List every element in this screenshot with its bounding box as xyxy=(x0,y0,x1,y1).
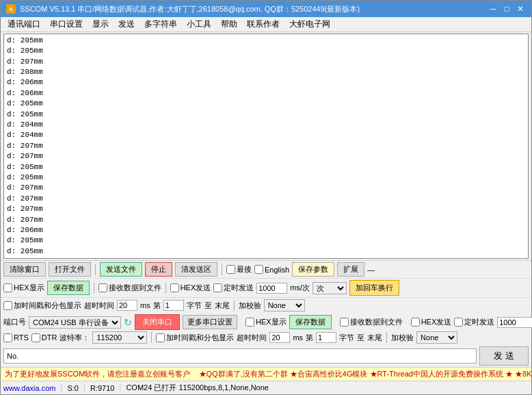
baud-select[interactable]: 115200 9600 19200 38400 57600 230400 460… xyxy=(92,331,147,344)
page-input[interactable] xyxy=(163,300,184,311)
output-line: d: 205mm xyxy=(7,46,525,56)
hex-send-check[interactable] xyxy=(170,283,179,292)
timed-interval-input[interactable] xyxy=(256,283,287,294)
promo-bar: 为了更好地发展SSCOM软件，请您注册嘉立创账号客户 ★QQ群满了,没有第二个群… xyxy=(1,367,531,381)
clear-window-button[interactable]: 清除窗口 xyxy=(3,262,46,277)
control-panel: 端口号 COM24 USB 串行设备 ↻ 关闭串口 更多串口设置 HEX显示 保… xyxy=(1,313,531,345)
menu-contact[interactable]: 联系作者 xyxy=(243,17,284,31)
most-recent-check[interactable] xyxy=(226,265,235,274)
timed-mode-select[interactable]: 次 xyxy=(312,282,347,294)
dash-label: — xyxy=(367,266,375,274)
r-counter: R:9710 xyxy=(90,384,120,392)
timestamp-check-2[interactable] xyxy=(156,333,165,342)
timed-send-checkbox-2[interactable]: 定时发送 xyxy=(454,317,494,327)
end-label-2: 末尾 xyxy=(367,333,382,343)
output-line: d: 206mm xyxy=(7,88,525,99)
timed-send-checkbox[interactable]: 定时发送 xyxy=(213,283,254,293)
separator-10 xyxy=(386,332,387,343)
output-line: d: 207mm xyxy=(7,151,525,162)
hex-display-checkbox-2[interactable]: HEX显示 xyxy=(245,317,287,327)
website-status[interactable]: www.daxia.com xyxy=(3,384,62,392)
refresh-icon[interactable]: ↻ xyxy=(124,317,132,328)
menu-send[interactable]: 发送 xyxy=(114,17,139,31)
port-label: 端口号 xyxy=(3,317,26,327)
rts-checkbox[interactable]: RTS xyxy=(3,333,29,342)
hex-display-checkbox[interactable]: HEX显示 xyxy=(3,283,44,293)
toolbar-row-1: 清除窗口 打开文件 发送文件 停止 清发送区 最後 English 保存参数 扩… xyxy=(1,260,531,278)
hex-display-check[interactable] xyxy=(3,283,12,292)
menu-help[interactable]: 帮助 xyxy=(217,17,241,31)
add-return-button[interactable]: 加回车换行 xyxy=(349,280,399,296)
stop-button[interactable]: 停止 xyxy=(145,262,172,277)
timestamp-check[interactable] xyxy=(3,301,12,310)
close-button[interactable]: ✕ xyxy=(515,3,526,14)
more-settings-button[interactable]: 更多串口设置 xyxy=(183,315,237,329)
english-checkbox[interactable]: English xyxy=(254,265,289,274)
timeout-label-2: 超时时间 xyxy=(237,333,267,343)
send-file-button[interactable]: 发送文件 xyxy=(100,262,142,277)
menu-comm-port[interactable]: 通讯端口 xyxy=(3,17,44,31)
menu-tools[interactable]: 小工具 xyxy=(183,17,215,31)
output-line: d: 205mm xyxy=(7,36,525,46)
ticker-text: ★QQ群满了,没有第二个群 ★合宙高性价比4G模块 ★RT-Thread中国人的… xyxy=(199,370,531,378)
promo-text: 为了更好地发展SSCOM软件，请您注册嘉立创账号客户 xyxy=(5,370,190,378)
most-recent-checkbox[interactable]: 最後 xyxy=(226,264,252,275)
hex-send-checkbox-2[interactable]: HEX发送 xyxy=(411,317,452,327)
recv-to-file-check[interactable] xyxy=(98,283,107,292)
port-select[interactable]: COM24 USB 串行设备 xyxy=(29,316,121,329)
separator-5 xyxy=(234,300,235,311)
timed-unit-label: ms/次 xyxy=(290,283,310,293)
serial-output[interactable]: d: 215mmd: 213mmd: 213mmd: 212mmd: 213mm… xyxy=(3,34,529,259)
page-input-2[interactable] xyxy=(316,332,336,343)
menu-bar: 通讯端口 串口设置 显示 发送 多字符串 小工具 帮助 联系作者 大虾电子网 xyxy=(1,17,531,32)
toolbar-row-2: HEX显示 保存数据 接收数据到文件 HEX发送 定时发送 ms/次 次 加回车… xyxy=(1,278,531,297)
timestamp-checkbox-2[interactable]: 加时间戳和分包显示 xyxy=(156,333,234,343)
recv-to-file-checkbox[interactable]: 接收数据到文件 xyxy=(98,283,161,293)
output-line: d: 206mm xyxy=(7,225,525,235)
recv-file-checkbox-2[interactable]: 接收数据到文件 xyxy=(340,317,403,327)
recv-file-check-2[interactable] xyxy=(340,318,349,327)
output-line: d: 207mm xyxy=(7,194,525,204)
rts-check[interactable] xyxy=(3,333,12,342)
page-unit-2: 字节 xyxy=(339,333,354,343)
close-port-button[interactable]: 关闭串口 xyxy=(135,314,180,330)
control-row-2: RTS DTR 波特率： 115200 9600 19200 38400 576… xyxy=(3,331,529,344)
timestamp-checkbox[interactable]: 加时间戳和分包显示 xyxy=(3,301,81,311)
timed-interval-input-2[interactable] xyxy=(497,317,532,328)
minimize-button[interactable]: ─ xyxy=(488,3,498,14)
expand-button[interactable]: 扩展 xyxy=(337,262,364,277)
hex-send-checkbox[interactable]: HEX发送 xyxy=(170,283,211,293)
output-line: d: 208mm xyxy=(7,67,525,77)
hex-send-check-2[interactable] xyxy=(411,318,420,327)
port-status: COM24 已打开 115200bps,8,1,None,None xyxy=(126,383,274,393)
menu-website[interactable]: 大虾电子网 xyxy=(285,17,334,31)
maximize-button[interactable]: □ xyxy=(501,3,512,14)
page-unit-label: 字节 xyxy=(187,301,202,311)
menu-serial-settings[interactable]: 串口设置 xyxy=(46,17,87,31)
english-check[interactable] xyxy=(254,265,263,274)
timeout-unit-2: ms xyxy=(293,333,303,342)
save-params-button[interactable]: 保存参数 xyxy=(292,262,334,277)
start-label-2: 至 xyxy=(357,333,364,343)
open-file-button[interactable]: 打开文件 xyxy=(49,262,91,277)
main-window: S SSCOM V5.13.1 串口/网络数据调试器,作者:大虾丁丁,26180… xyxy=(0,0,532,395)
clear-send-area-button[interactable]: 清发送区 xyxy=(175,262,217,277)
timeout-input[interactable] xyxy=(117,300,137,311)
hex-display-check-2[interactable] xyxy=(245,318,254,327)
timed-send-check-2[interactable] xyxy=(454,318,463,327)
checksum-select[interactable]: None Sum CRC8 CRC16 xyxy=(264,299,305,311)
output-line: d: 205mm xyxy=(7,246,525,257)
dtr-check[interactable] xyxy=(31,333,40,342)
timeout-input-2[interactable] xyxy=(269,332,290,343)
separator-2 xyxy=(222,264,222,275)
dtr-checkbox[interactable]: DTR xyxy=(31,333,57,342)
send-button[interactable]: 发 送 xyxy=(479,346,529,366)
menu-multistring[interactable]: 多字符串 xyxy=(140,17,181,31)
save-data-button-2[interactable]: 保存数据 xyxy=(289,315,332,329)
timed-send-check[interactable] xyxy=(213,283,222,292)
checksum-select-2[interactable]: None Sum CRC8 CRC16 xyxy=(416,331,457,344)
save-data-button[interactable]: 保存数据 xyxy=(47,281,90,295)
send-input[interactable] xyxy=(3,348,477,364)
menu-display[interactable]: 显示 xyxy=(88,17,113,31)
output-line: d: 204mm xyxy=(7,130,525,140)
